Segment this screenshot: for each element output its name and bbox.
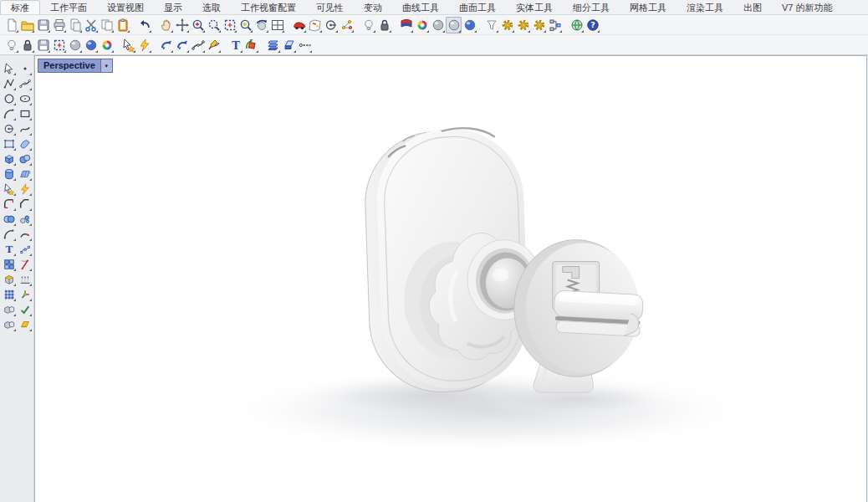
curve-points-button[interactable]	[190, 37, 206, 54]
shaded-sphere-button[interactable]	[67, 37, 83, 54]
menu-item-6[interactable]: 可见性	[306, 1, 354, 14]
delete-button[interactable]	[281, 37, 297, 54]
menu-item-7[interactable]: 变动	[354, 1, 392, 14]
raytraced-display-button[interactable]	[462, 17, 477, 33]
block-tools-button[interactable]	[2, 258, 16, 271]
layers-button[interactable]	[265, 37, 281, 54]
menu-item-0[interactable]: 标准	[0, 0, 40, 14]
menu-item-15[interactable]: V7 的新功能	[772, 1, 843, 14]
linetype-button[interactable]	[297, 37, 313, 54]
array-button[interactable]	[2, 288, 16, 301]
flip-direction-2-button[interactable]	[174, 37, 190, 54]
point-button[interactable]	[18, 62, 32, 75]
flip-direction-1-button[interactable]	[158, 37, 174, 54]
light-small-button[interactable]	[3, 37, 19, 54]
explode-tools-button[interactable]	[18, 182, 32, 196]
cut-button[interactable]	[83, 17, 99, 33]
boolean-union-button[interactable]	[2, 213, 16, 226]
menu-item-1[interactable]: 工作平面	[40, 1, 97, 14]
menu-item-2[interactable]: 设置视图	[97, 1, 154, 14]
rotate-view-button[interactable]	[174, 17, 190, 33]
zoom-in-button[interactable]	[190, 17, 206, 33]
rectangle-button[interactable]	[18, 107, 32, 120]
save-button[interactable]	[35, 17, 51, 33]
viewport-title[interactable]: Perspective	[38, 59, 101, 73]
menu-item-8[interactable]: 曲线工具	[392, 1, 449, 14]
settings-gear-3-button[interactable]	[531, 17, 547, 33]
boolean-small-button[interactable]	[18, 213, 32, 226]
zoom-extents-button[interactable]	[222, 17, 237, 33]
web-browser-button[interactable]	[569, 17, 585, 33]
curve-fillet-button[interactable]	[2, 228, 16, 241]
display-mode-flag-button[interactable]	[398, 17, 414, 33]
hatch-button[interactable]	[18, 273, 32, 286]
rendered-display-button[interactable]	[414, 17, 430, 33]
lock-button[interactable]	[376, 17, 392, 33]
rendered-sphere-button[interactable]	[83, 37, 99, 54]
menu-item-4[interactable]: 选取	[192, 1, 231, 14]
print-button[interactable]	[51, 17, 67, 33]
zoom-selected-button[interactable]	[237, 17, 253, 33]
solid-face-edit-button[interactable]	[2, 273, 16, 286]
visibility-solids-button[interactable]	[2, 303, 16, 316]
spheres-button[interactable]	[18, 152, 32, 166]
menu-item-14[interactable]: 出图	[733, 1, 772, 14]
ghosted-display-button[interactable]	[446, 17, 462, 33]
gumball-button[interactable]	[18, 288, 32, 301]
menu-item-13[interactable]: 渲染工具	[677, 1, 733, 14]
named-position-button[interactable]	[339, 17, 355, 33]
menu-item-3[interactable]: 显示	[154, 1, 192, 14]
edit-points-button[interactable]	[18, 243, 32, 256]
open-file-button[interactable]	[19, 17, 35, 33]
text-object-button[interactable]: T	[2, 243, 16, 256]
light-button[interactable]	[360, 17, 376, 33]
surface-from-points-button[interactable]	[2, 137, 16, 151]
circle-button[interactable]	[2, 92, 16, 105]
gray-solids-button[interactable]	[2, 318, 16, 331]
viewport-canvas[interactable]	[35, 56, 866, 502]
named-view-button[interactable]	[291, 17, 307, 33]
set-view-button[interactable]	[323, 17, 339, 33]
settings-gear-2-button[interactable]	[515, 17, 531, 33]
zoom-extents-small-button[interactable]	[51, 37, 67, 54]
fillet-corner-button[interactable]	[2, 197, 16, 211]
viewport-layout-button[interactable]	[269, 17, 285, 33]
menu-item-9[interactable]: 曲面工具	[449, 1, 506, 14]
trim-button[interactable]	[18, 258, 32, 271]
menu-item-12[interactable]: 网格工具	[620, 1, 677, 14]
settings-gear-1-button[interactable]	[499, 17, 515, 33]
save-small-button[interactable]	[35, 37, 51, 54]
rotate-camera-button[interactable]	[253, 17, 269, 33]
select-cursor-button[interactable]	[2, 62, 16, 75]
dimension-text-button[interactable]: T	[227, 37, 243, 54]
help-button[interactable]: ?	[585, 17, 600, 33]
explode-button[interactable]	[136, 37, 152, 54]
transform-tools-button[interactable]	[2, 182, 16, 196]
copy-to-clipboard-button[interactable]	[67, 17, 83, 33]
freeform-curve-button[interactable]	[18, 122, 32, 136]
select-transform-button[interactable]	[120, 37, 136, 54]
surface-patch-button[interactable]	[18, 137, 32, 151]
cylinder-button[interactable]	[2, 167, 16, 181]
polyline-button[interactable]	[2, 77, 16, 90]
zoom-dynamic-button[interactable]	[206, 17, 222, 33]
ellipse-button[interactable]	[18, 92, 32, 105]
pan-button[interactable]	[158, 17, 174, 33]
shaded-display-button[interactable]	[430, 17, 446, 33]
menu-item-5[interactable]: 工作视窗配置	[231, 1, 306, 14]
menu-item-11[interactable]: 细分工具	[563, 1, 620, 14]
paste-button[interactable]	[115, 17, 130, 33]
selection-filter-button[interactable]	[483, 17, 499, 33]
gold-surface-button[interactable]	[18, 318, 32, 331]
polygon-center-button[interactable]	[2, 122, 16, 136]
mesh-surface-button[interactable]	[18, 167, 32, 181]
box-button[interactable]	[2, 152, 16, 166]
viewport-dropdown[interactable]: ▼	[101, 59, 113, 73]
rotate-3d-button[interactable]	[243, 37, 259, 54]
menu-item-10[interactable]: 实体工具	[506, 1, 563, 14]
new-file-button[interactable]	[3, 17, 19, 33]
copy-button[interactable]	[99, 17, 115, 33]
cplane-map-button[interactable]	[307, 17, 323, 33]
arc-button[interactable]	[2, 107, 16, 120]
undo-button[interactable]	[136, 17, 152, 33]
